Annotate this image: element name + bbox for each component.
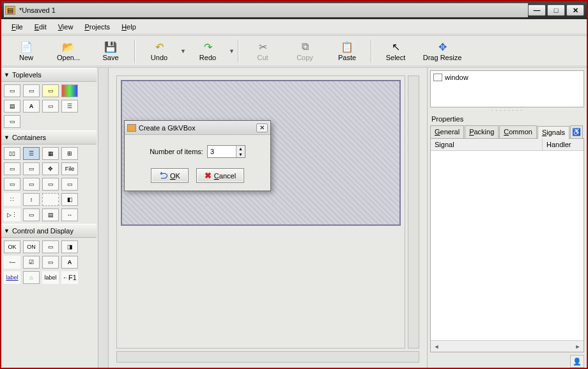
menu-help[interactable]: Help [116, 22, 141, 32]
widget-item[interactable]: ▯▯ [4, 147, 20, 160]
widget-tree[interactable]: window [430, 70, 584, 107]
widget-item[interactable]: ▦ [42, 147, 59, 160]
tab-signals[interactable]: Signals [538, 126, 569, 139]
widget-item[interactable]: ▭ [23, 84, 40, 97]
design-canvas[interactable] [116, 75, 405, 349]
widget-item[interactable]: ◧ [61, 193, 78, 206]
widget-item[interactable] [42, 193, 59, 206]
signals-hscrollbar[interactable]: ◄► [431, 340, 584, 352]
widget-item[interactable]: ◦─ [4, 256, 20, 269]
move-icon: ✥ [436, 40, 449, 53]
widget-item[interactable]: ◨ [61, 240, 78, 253]
tab-general[interactable]: General [430, 125, 464, 138]
widget-item[interactable]: ✥ [42, 162, 59, 175]
widget-item[interactable]: ▭ [4, 84, 20, 97]
items-input[interactable] [208, 146, 236, 157]
spin-down[interactable]: ▼ [236, 152, 245, 157]
open-icon: 📂 [62, 40, 75, 53]
accessibility-icon: ♿ [572, 128, 581, 136]
window-title: *Unsaved 1 [19, 6, 56, 14]
section-control[interactable]: ▼Control and Display [1, 224, 97, 238]
minimize-button[interactable]: — [528, 4, 546, 16]
undo-button[interactable]: ↶Undo [138, 37, 180, 65]
widget-item[interactable]: ▭ [4, 115, 20, 128]
widget-item[interactable]: ▭ [4, 178, 20, 191]
spin-up[interactable]: ▲ [236, 146, 245, 152]
widget-item[interactable]: ▤ [42, 208, 59, 221]
tab-packing[interactable]: Packing [465, 125, 499, 138]
maximize-button[interactable]: □ [547, 4, 565, 16]
canvas-hscrollbar[interactable] [116, 351, 419, 363]
tree-item-window[interactable]: window [445, 74, 468, 81]
widget-item[interactable]: File [61, 162, 78, 175]
widget-item[interactable]: ∷ [4, 193, 20, 206]
widget-item[interactable]: ▭ [42, 100, 59, 113]
cancel-icon: ✖ [205, 171, 212, 180]
paste-button[interactable]: 📋Paste [326, 37, 368, 65]
signals-body[interactable] [431, 151, 584, 340]
widget-item[interactable]: ↕ [23, 193, 40, 206]
save-button[interactable]: 💾Save [89, 37, 132, 65]
select-button[interactable]: ↖Select [375, 37, 417, 65]
widget-item[interactable]: ▭ [42, 240, 59, 253]
redo-dropdown[interactable]: ▼ [229, 48, 235, 54]
save-icon: 💾 [104, 40, 117, 53]
widget-item[interactable]: ▤ [4, 100, 20, 113]
tab-common[interactable]: Common [499, 125, 537, 138]
widget-item[interactable]: A [23, 100, 40, 113]
widget-item[interactable]: ▷⋮ [4, 208, 20, 221]
cancel-button[interactable]: ✖Cancel [196, 168, 244, 183]
canvas-vscrollbar[interactable] [408, 75, 419, 349]
menu-edit[interactable]: Edit [29, 22, 52, 32]
redo-button[interactable]: ↷Redo [187, 37, 229, 65]
col-signal[interactable]: Signal [431, 139, 543, 150]
widget-item[interactable]: ▭ [42, 178, 59, 191]
widget-item[interactable]: ←F1 [61, 271, 78, 284]
section-toplevels[interactable]: ▼Toplevels [1, 68, 97, 82]
widget-item[interactable]: ☰ [61, 100, 78, 113]
widget-item[interactable]: ▭ [42, 256, 59, 269]
widget-item[interactable]: ▭ [42, 84, 59, 97]
dialog-close-button[interactable]: ✕ [256, 123, 268, 132]
cut-icon: ✂ [256, 40, 269, 53]
open-button[interactable]: 📂Open... [47, 37, 89, 65]
window-icon [433, 74, 442, 81]
copy-button[interactable]: ⧉Copy [284, 37, 326, 65]
widget-item[interactable]: ▭ [23, 178, 40, 191]
widget-item[interactable]: ▭ [23, 208, 40, 221]
menu-projects[interactable]: Projects [79, 22, 115, 32]
widget-item[interactable]: label [4, 271, 20, 284]
undo-dropdown[interactable]: ▼ [180, 48, 187, 54]
widget-item[interactable]: ON [23, 240, 40, 253]
widget-item[interactable]: ▭ [23, 162, 40, 175]
new-button[interactable]: 📄New [5, 37, 47, 65]
widget-item[interactable]: ⊞ [61, 147, 78, 160]
widget-item[interactable]: ▭ [4, 162, 20, 175]
widget-item[interactable]: label [42, 271, 59, 284]
col-handler[interactable]: Handler [543, 139, 584, 150]
status-user-icon[interactable]: 👤 [570, 355, 584, 368]
menu-view[interactable]: View [53, 22, 79, 32]
widget-item[interactable]: ☰ [23, 147, 40, 160]
properties-pane: window · · · · · · · · Properties Genera… [427, 68, 587, 369]
menu-file[interactable]: File [6, 22, 28, 32]
widget-item[interactable]: OK [4, 240, 20, 253]
widget-item[interactable]: ▭ [61, 178, 78, 191]
widget-item[interactable]: ☑ [23, 256, 40, 269]
widget-item[interactable]: ⌂ [23, 271, 40, 284]
ok-button[interactable]: ⮌OK [151, 168, 189, 183]
app-icon: ▤ [5, 6, 15, 15]
items-spinbox[interactable]: ▲▼ [207, 145, 245, 158]
widget-item[interactable]: ↔ [61, 208, 78, 221]
palette-scrollbar[interactable] [98, 68, 108, 369]
widget-item[interactable]: A [61, 256, 78, 269]
dialog-titlebar[interactable]: Create a GtkVBox ✕ [125, 121, 270, 135]
signals-table: Signal Handler ◄► [430, 138, 584, 352]
pane-gripper[interactable]: · · · · · · · · [430, 107, 584, 113]
drag-resize-button[interactable]: ✥Drag Resize [417, 37, 468, 65]
tab-accessibility[interactable]: ♿ [570, 125, 583, 138]
section-containers[interactable]: ▼Containers [1, 130, 97, 145]
widget-item[interactable] [61, 84, 78, 97]
cut-button[interactable]: ✂Cut [242, 37, 284, 65]
close-button[interactable]: ✕ [566, 4, 584, 16]
